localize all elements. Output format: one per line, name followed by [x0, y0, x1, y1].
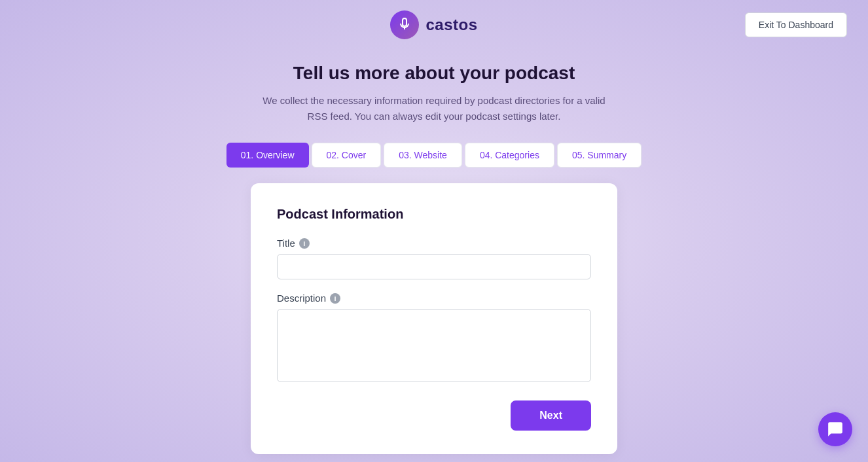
steps-nav: 01. Overview 02. Cover 03. Website 04. C…: [226, 143, 642, 168]
description-textarea[interactable]: [277, 309, 591, 382]
title-group: Title i: [277, 238, 591, 279]
description-info-icon[interactable]: i: [330, 293, 340, 304]
main-content: Tell us more about your podcast We colle…: [0, 50, 868, 462]
title-input[interactable]: [277, 254, 591, 279]
next-button[interactable]: Next: [511, 400, 591, 431]
chat-icon: [827, 421, 844, 438]
form-card-title: Podcast Information: [277, 207, 591, 222]
form-card: Podcast Information Title i Description …: [251, 183, 617, 454]
logo[interactable]: castos: [390, 10, 477, 39]
chat-bubble-button[interactable]: [818, 412, 852, 446]
step-tab-summary[interactable]: 05. Summary: [557, 143, 642, 168]
description-group: Description i: [277, 293, 591, 385]
logo-icon: [390, 10, 419, 39]
description-label: Description i: [277, 293, 591, 304]
form-footer: Next: [277, 400, 591, 431]
title-label: Title i: [277, 238, 591, 249]
page-title: Tell us more about your podcast: [293, 63, 575, 84]
step-tab-website[interactable]: 03. Website: [384, 143, 462, 168]
title-info-icon[interactable]: i: [299, 238, 310, 249]
step-tab-overview[interactable]: 01. Overview: [226, 143, 309, 168]
step-tab-cover[interactable]: 02. Cover: [312, 143, 382, 168]
header: castos Exit To Dashboard: [0, 0, 868, 50]
microphone-icon: [397, 17, 412, 33]
step-tab-categories[interactable]: 04. Categories: [465, 143, 554, 168]
page-subtitle: We collect the necessary information req…: [257, 93, 611, 124]
exit-dashboard-button[interactable]: Exit To Dashboard: [745, 12, 847, 37]
logo-text: castos: [425, 16, 477, 34]
